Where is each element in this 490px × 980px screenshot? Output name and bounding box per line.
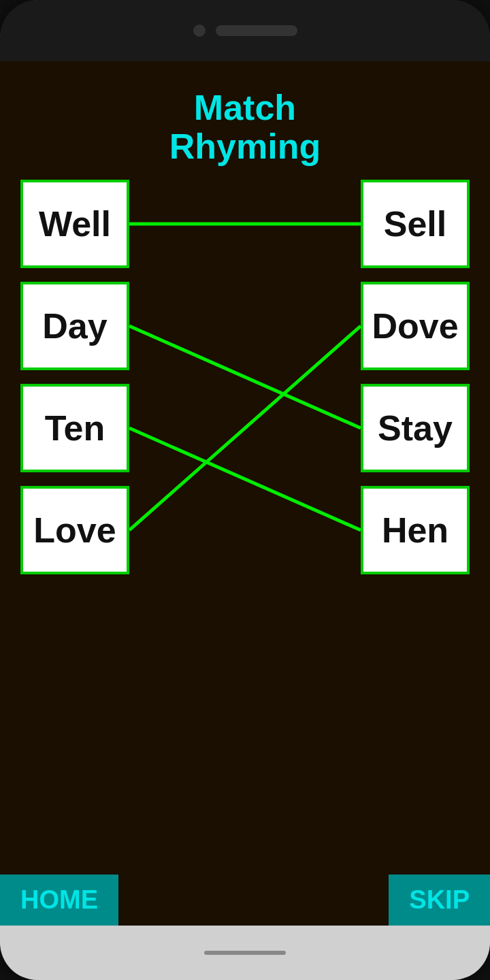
left-column: Well Day Ten Love — [20, 180, 129, 574]
title-line2: Rhyming — [169, 127, 321, 166]
title-line1: Match — [169, 88, 321, 127]
word-box-right-3[interactable]: Hen — [361, 486, 470, 574]
phone-notch — [0, 0, 490, 61]
word-box-right-0[interactable]: Sell — [361, 180, 470, 268]
word-box-right-2[interactable]: Stay — [361, 384, 470, 472]
bottom-spacer — [118, 875, 389, 926]
columns: Well Day Ten Love Sell Dove Stay Hen — [14, 180, 476, 574]
right-column: Sell Dove Stay Hen — [361, 180, 470, 574]
word-box-right-1[interactable]: Dove — [361, 282, 470, 370]
word-box-left-1[interactable]: Day — [20, 282, 129, 370]
matching-area: Well Day Ten Love Sell Dove Stay Hen — [14, 180, 476, 875]
speaker — [216, 25, 297, 36]
skip-button[interactable]: SKIP — [389, 875, 490, 926]
phone-frame: Match Rhyming Well Day Ten Love Sell Dov… — [0, 0, 490, 980]
word-box-left-2[interactable]: Ten — [20, 384, 129, 472]
phone-bottom — [0, 926, 490, 980]
home-indicator — [204, 951, 286, 955]
title-container: Match Rhyming — [169, 88, 321, 166]
word-box-left-0[interactable]: Well — [20, 180, 129, 268]
bottom-bar: HOME SKIP — [0, 875, 490, 926]
camera-icon — [193, 24, 206, 37]
screen-content: Match Rhyming Well Day Ten Love Sell Dov… — [0, 61, 490, 875]
word-box-left-3[interactable]: Love — [20, 486, 129, 574]
home-button[interactable]: HOME — [0, 875, 118, 926]
phone-screen: Match Rhyming Well Day Ten Love Sell Dov… — [0, 61, 490, 926]
